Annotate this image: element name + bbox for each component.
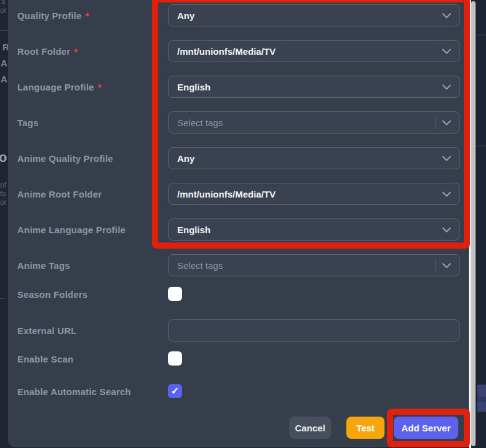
backdrop-text-fragment: – [0, 294, 4, 303]
anime-quality-profile-label: Anime Quality Profile [17, 153, 113, 164]
form-row-quality-profile: Quality Profile* Any [8, 4, 469, 26]
backdrop-text-fragment: fa [0, 190, 6, 198]
form-row-anime-tags: Anime Tags Select tags [8, 254, 469, 276]
chevron-down-icon [442, 13, 451, 18]
language-profile-label: Language Profile* [17, 82, 102, 92]
backdrop-divider [0, 30, 8, 31]
form-row-anime-language-profile: Anime Language Profile English [8, 218, 469, 241]
form-row-root-folder: Root Folder* /mnt/unionfs/Media/TV [8, 40, 469, 62]
checkmark-icon: ✓ [171, 385, 179, 397]
season-folders-label: Season Folders [17, 289, 88, 299]
tags-label: Tags [17, 118, 39, 128]
backdrop-text-fragment: nf [0, 181, 6, 190]
chevron-down-icon [442, 191, 451, 197]
form-row-anime-root-folder: Anime Root Folder /mnt/unionfs/Media/TV [8, 183, 469, 205]
chevron-down-icon [442, 120, 451, 126]
form-row-anime-quality-profile: Anime Quality Profile Any [8, 147, 469, 169]
enable-scan-checkbox[interactable] [168, 351, 182, 366]
required-asterisk: * [74, 46, 78, 57]
select-separator [436, 116, 436, 129]
backdrop-text-fragment: A [1, 74, 7, 84]
tags-multiselect[interactable]: Select tags [168, 111, 460, 134]
anime-tags-multiselect[interactable]: Select tags [168, 254, 460, 276]
external-url-input[interactable] [168, 319, 460, 342]
enable-automatic-search-label: Enable Automatic Search [17, 386, 131, 396]
root-folder-select[interactable]: /mnt/unionfs/Media/TV [168, 40, 460, 62]
chevron-down-icon [442, 84, 451, 90]
anime-language-profile-select[interactable]: English [168, 218, 460, 241]
backdrop-divider [476, 145, 486, 146]
form-row-external-url: External URL [8, 319, 469, 342]
select-separator [436, 259, 436, 271]
cancel-button[interactable]: Cancel [289, 417, 331, 439]
backdrop-button-fragment: up [477, 385, 486, 412]
backdrop-text-fragment: A [1, 58, 7, 68]
anime-tags-label: Anime Tags [17, 260, 70, 271]
form-row-language-profile: Language Profile* English [8, 76, 469, 98]
page-backdrop-right: up [476, 0, 486, 448]
required-asterisk: * [98, 82, 102, 92]
anime-quality-profile-select[interactable]: Any [168, 147, 460, 169]
form-row-enable-automatic-search: Enable Automatic Search ✓ [8, 384, 469, 398]
season-folders-checkbox[interactable] [168, 287, 182, 301]
chevron-down-icon [442, 263, 451, 268]
backdrop-text-fragment: or [0, 198, 7, 207]
backdrop-text-fragment: or [0, 6, 7, 15]
backdrop-text-fragment: o [0, 150, 7, 166]
form-row-season-folders: Season Folders [8, 287, 469, 301]
add-server-modal: Quality Profile* Any Root Folder* /mnt/u… [8, 0, 469, 447]
quality-profile-label: Quality Profile* [17, 10, 89, 21]
backdrop-divider [476, 34, 486, 36]
form-row-enable-scan: Enable Scan [8, 351, 469, 366]
quality-profile-select[interactable]: Any [168, 4, 460, 26]
root-folder-label: Root Folder* [17, 46, 78, 57]
page-backdrop-left: a or R A A o nf fa or – [0, 0, 8, 448]
backdrop-text-fragment: a [1, 0, 6, 6]
chevron-down-icon [442, 49, 451, 54]
required-asterisk: * [86, 10, 89, 21]
chevron-down-icon [442, 227, 451, 233]
scrollbar-thumb[interactable] [471, 1, 476, 446]
anime-root-folder-label: Anime Root Folder [17, 189, 102, 199]
chevron-down-icon [442, 156, 451, 161]
anime-language-profile-label: Anime Language Profile [17, 225, 125, 235]
backdrop-text-fragment: R [2, 42, 8, 52]
test-button[interactable]: Test [346, 417, 384, 439]
anime-root-folder-select[interactable]: /mnt/unionfs/Media/TV [168, 183, 460, 205]
external-url-label: External URL [17, 326, 77, 336]
add-server-button[interactable]: Add Server [394, 417, 458, 439]
language-profile-select[interactable]: English [168, 76, 460, 98]
form-row-tags: Tags Select tags [8, 111, 469, 134]
enable-automatic-search-checkbox[interactable]: ✓ [168, 384, 182, 398]
enable-scan-label: Enable Scan [17, 353, 73, 364]
